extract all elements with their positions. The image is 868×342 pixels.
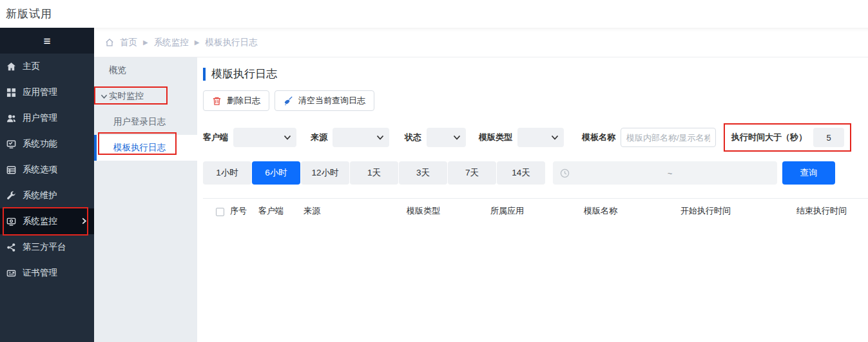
time-range-label: 1小时 — [216, 167, 238, 179]
sidebar-item-app-management[interactable]: 应用管理 — [0, 79, 94, 105]
sidebar-item-label: 第三方平台 — [23, 241, 66, 253]
chevron-right-icon — [81, 217, 88, 226]
sidebar-item-user-management[interactable]: 用户管理 — [0, 105, 94, 131]
breadcrumb-separator: ▶ — [195, 39, 200, 46]
time-range-label: 6小时 — [265, 167, 287, 179]
time-range-3d-button[interactable]: 3天 — [399, 161, 447, 185]
time-range-label: 12小时 — [311, 167, 338, 179]
breadcrumb-system-monitoring[interactable]: 系统监控 — [154, 37, 189, 48]
exec-time-input[interactable] — [813, 128, 844, 147]
chevron-down-icon — [284, 134, 291, 141]
breadcrumb-separator: ▶ — [143, 39, 148, 46]
col-header-index: 序号 — [230, 199, 258, 223]
breadcrumb-template-execution-log[interactable]: 模板执行日志 — [205, 37, 257, 48]
sidebar-item-system-options[interactable]: 系统选项 — [0, 157, 94, 183]
time-range-1h-button[interactable]: 1小时 — [203, 161, 251, 185]
time-range-label: 14天 — [512, 167, 530, 179]
hamburger-icon: ≡ — [43, 35, 50, 47]
sidebar-item-certificate-management[interactable]: 证书管理 — [0, 260, 94, 286]
col-header-end-time: 结束执行时间 — [796, 199, 868, 223]
trash-icon — [212, 96, 222, 106]
app-frame: ≡ 主页 应用管理 用户管理 系统功能 — [0, 28, 868, 342]
title-accent-bar — [203, 68, 206, 81]
log-table: 序号 客户端 来源 模版类型 所属应用 模版名称 开始执行时间 结束执行时间 — [203, 198, 868, 223]
submenu-item-label: 概览 — [109, 65, 126, 76]
broom-icon — [284, 96, 293, 106]
time-range-label: 7天 — [465, 167, 479, 179]
content: 模版执行日志 删除日志 清空当前查询日志 客户端 — [197, 57, 868, 342]
sidebar-item-label: 用户管理 — [23, 112, 57, 124]
delete-log-button[interactable]: 删除日志 — [203, 90, 269, 111]
sidebar-item-system-maintenance[interactable]: 系统维护 — [0, 183, 94, 208]
status-select[interactable] — [427, 128, 466, 147]
time-range-1d-button[interactable]: 1天 — [350, 161, 398, 185]
apps-icon — [6, 87, 16, 97]
col-header-source: 来源 — [304, 199, 407, 223]
system-maintenance-icon — [6, 190, 16, 201]
submenu-item-user-login-log[interactable]: 用户登录日志 — [94, 109, 197, 135]
sidebar-item-label: 证书管理 — [23, 267, 57, 279]
table-header-row: 序号 客户端 来源 模版类型 所属应用 模版名称 开始执行时间 结束执行时间 — [203, 199, 868, 223]
date-range-picker[interactable]: ~ — [553, 161, 777, 185]
sidebar-item-label: 系统功能 — [23, 138, 57, 150]
chevron-down-icon — [551, 134, 559, 141]
template-type-select[interactable] — [517, 128, 564, 147]
time-range-12h-button[interactable]: 12小时 — [301, 161, 349, 185]
users-icon — [6, 113, 16, 123]
status-filter-label: 状态 — [405, 132, 421, 143]
system-options-icon — [6, 165, 16, 175]
exec-time-annotated-group: 执行时间大于（秒） — [724, 123, 851, 152]
system-monitoring-icon — [6, 216, 16, 226]
search-button[interactable]: 查询 — [782, 161, 835, 185]
sidebar: ≡ 主页 应用管理 用户管理 系统功能 — [0, 28, 94, 342]
time-range-7d-button[interactable]: 7天 — [448, 161, 496, 185]
template-name-filter-label: 模板名称 — [582, 132, 615, 143]
breadcrumb-home[interactable]: 首页 — [120, 37, 137, 48]
client-select[interactable] — [233, 128, 296, 147]
template-name-input[interactable] — [621, 128, 716, 147]
app-title: 新版试用 — [6, 6, 52, 21]
chevron-down-icon — [376, 134, 384, 141]
submenu-panel: 概览 实时监控 用户登录日志 模板执行日志 — [94, 57, 197, 342]
chevron-down-icon — [101, 93, 108, 100]
sidebar-item-system-monitoring[interactable]: 系统监控 — [0, 208, 94, 234]
source-filter-label: 来源 — [311, 132, 327, 143]
chevron-down-icon — [453, 134, 461, 141]
col-header-client: 客户端 — [258, 199, 304, 223]
breadcrumb: 首页 ▶ 系统监控 ▶ 模板执行日志 — [94, 28, 868, 57]
col-header-template-name: 模版名称 — [584, 199, 680, 223]
time-range-label: 1天 — [367, 167, 381, 179]
body-row: 概览 实时监控 用户登录日志 模板执行日志 — [94, 57, 868, 342]
template-type-filter-label: 模版类型 — [479, 132, 512, 143]
clear-query-log-button[interactable]: 清空当前查询日志 — [275, 90, 374, 111]
home-icon — [105, 38, 114, 47]
sidebar-item-home[interactable]: 主页 — [0, 54, 94, 79]
client-filter-label: 客户端 — [203, 132, 228, 143]
col-header-template-type: 模版类型 — [407, 199, 490, 223]
third-party-icon — [6, 242, 16, 252]
sidebar-item-third-party-platform[interactable]: 第三方平台 — [0, 234, 94, 260]
main-wrap: 首页 ▶ 系统监控 ▶ 模板执行日志 概览 实时监控 用户 — [94, 28, 868, 342]
menu-toggle-button[interactable]: ≡ — [0, 28, 94, 54]
submenu-item-label: 模板执行日志 — [113, 142, 166, 154]
system-functions-icon — [6, 139, 16, 149]
time-range-row: 1小时 6小时 12小时 1天 3天 7天 14天 ~ 查询 — [203, 161, 868, 185]
submenu-item-template-execution-log[interactable]: 模板执行日志 — [94, 135, 197, 161]
page-title: 模版执行日志 — [211, 66, 277, 81]
delete-log-label: 删除日志 — [227, 95, 260, 106]
time-range-6h-button[interactable]: 6小时 — [252, 161, 300, 185]
certificate-icon — [6, 268, 16, 278]
sidebar-item-label: 系统监控 — [23, 216, 57, 227]
time-range-14d-button[interactable]: 14天 — [497, 161, 545, 185]
col-header-owning-app: 所属应用 — [490, 199, 584, 223]
submenu-item-realtime-monitoring[interactable]: 实时监控 — [94, 83, 197, 109]
select-all-checkbox[interactable] — [216, 208, 224, 216]
source-select[interactable] — [333, 128, 389, 147]
toolbar: 删除日志 清空当前查询日志 — [203, 90, 868, 111]
page-title-row: 模版执行日志 — [203, 66, 868, 81]
submenu-item-overview[interactable]: 概览 — [94, 57, 197, 83]
sidebar-item-system-functions[interactable]: 系统功能 — [0, 131, 94, 157]
sidebar-item-label: 系统选项 — [23, 164, 57, 176]
sidebar-item-label: 应用管理 — [23, 86, 57, 98]
col-header-start-time: 开始执行时间 — [680, 199, 796, 223]
